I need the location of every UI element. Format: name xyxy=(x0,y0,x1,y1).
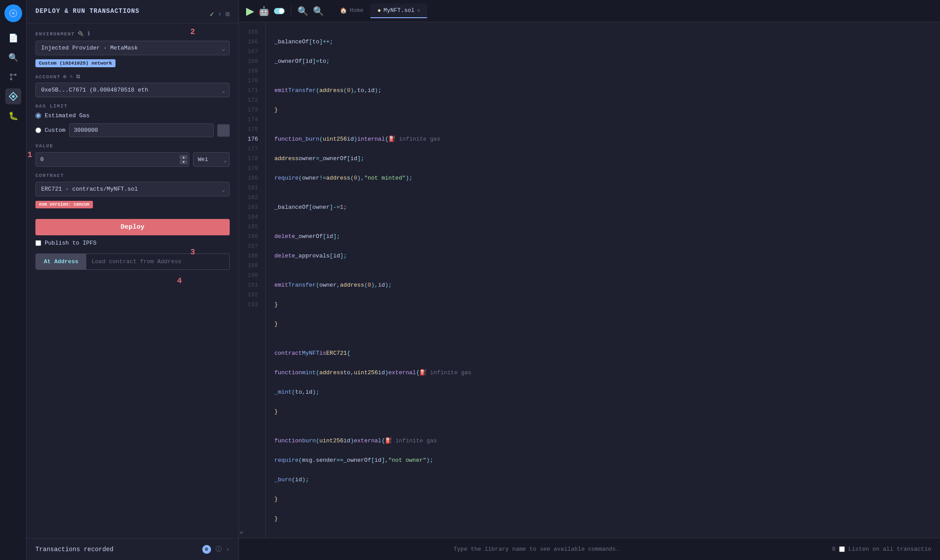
svg-point-5 xyxy=(10,78,12,81)
listen-checkbox[interactable] xyxy=(839,546,845,552)
ln-191: 191 xyxy=(239,280,265,290)
contract-select[interactable]: ERC721 - contracts/MyNFT.sol xyxy=(35,182,230,196)
estimated-gas-label: Estimated Gas xyxy=(45,112,89,119)
tab-mynft[interactable]: ◆ MyNFT.sol ✕ xyxy=(370,4,427,18)
editor-toolbar: ▶ 🤖 🔍 🔍 🏠 Home ◆ MyNFT.sol ✕ xyxy=(239,0,940,22)
value-input[interactable] xyxy=(35,152,189,167)
environment-label: ENVIRONMENT 🔌 ℹ xyxy=(35,31,230,37)
account-select-wrapper: 0xe5B...C7671 (0.0004870518 eth ⌄ xyxy=(35,83,230,97)
code-container: 165 166 167 168 169 170 171 172 173 174 … xyxy=(239,22,940,538)
sidebar-icon-debug[interactable]: 🐛 xyxy=(5,108,21,124)
environment-select[interactable]: Injected Provider - MetaMask xyxy=(35,41,230,55)
zoom-out-icon[interactable]: 🔍 xyxy=(297,6,308,16)
editor-area: ▶ 🤖 🔍 🔍 🏠 Home ◆ MyNFT.sol ✕ 165 16 xyxy=(239,0,940,560)
sidebar-icon-files[interactable]: 📄 xyxy=(5,30,21,46)
check-icon[interactable]: ✓ xyxy=(210,10,214,19)
contract-select-wrapper: ERC721 - contracts/MyNFT.sol ⌄ xyxy=(35,182,230,196)
custom-gas-input[interactable]: 3000000 xyxy=(69,123,214,137)
code-line-187: } xyxy=(274,407,931,417)
load-contract-button[interactable]: Load contract from Address xyxy=(86,254,229,269)
ln-167: 167 xyxy=(239,47,265,57)
contract-section: CONTRACT ERC721 - contracts/MyNFT.sol ⌄ … xyxy=(35,173,230,213)
zoom-in-icon[interactable]: 🔍 xyxy=(313,6,324,16)
robot-icon[interactable]: 🤖 xyxy=(258,6,270,16)
bottom-bar: Type the library name to see available c… xyxy=(239,538,940,560)
code-line-177: delete _ownerOf[id]; xyxy=(274,232,931,242)
code-line-171: function _burn(uint256 id) internal { ⛽ … xyxy=(274,134,931,144)
toggle-icon[interactable] xyxy=(274,8,285,14)
ln-193: 193 xyxy=(239,300,265,310)
svg-point-10 xyxy=(279,8,284,13)
custom-gas-label: Custom xyxy=(45,127,65,134)
code-content[interactable]: _balanceOf[to]++; _ownerOf[id] = to; emi… xyxy=(266,22,940,538)
svg-point-4 xyxy=(14,74,16,76)
layout-icon[interactable]: ⊞ xyxy=(225,10,230,19)
ln-175: 175 xyxy=(239,125,265,134)
at-address-button[interactable]: At Address xyxy=(36,254,86,269)
ln-166: 166 xyxy=(239,37,265,47)
deploy-panel: DEPLOY & RUN TRANSACTIONS ✓ › ⊞ ENVIRONM… xyxy=(27,0,239,560)
toolbar-divider xyxy=(291,6,291,16)
forward-icon[interactable]: › xyxy=(218,10,222,18)
contract-label: CONTRACT xyxy=(35,173,230,178)
ln-187: 187 xyxy=(239,242,265,251)
value-down-spinner[interactable]: ▼ xyxy=(180,160,188,164)
ln-179: 179 xyxy=(239,164,265,173)
ln-177: 177 xyxy=(239,144,265,154)
panel-body: ENVIRONMENT 🔌 ℹ Injected Provider - Meta… xyxy=(27,23,239,538)
account-copy-icon[interactable]: ⧉ xyxy=(76,74,81,80)
code-line-189: function burn(uint256 id) external { ⛽ i… xyxy=(274,436,931,446)
ln-176: 176 xyxy=(239,134,265,144)
account-label: ACCOUNT ⊕ ✎ ⧉ xyxy=(35,73,230,80)
ln-186: 186 xyxy=(239,232,265,242)
tab-home[interactable]: 🏠 Home xyxy=(333,4,370,19)
ln-185: 185 xyxy=(239,222,265,232)
ln-184: 184 xyxy=(239,212,265,222)
env-plug-icon: 🔌 xyxy=(77,31,85,37)
panel-title: DEPLOY & RUN TRANSACTIONS xyxy=(35,7,139,15)
account-section: ACCOUNT ⊕ ✎ ⧉ 0xe5B...C7671 (0.000487051… xyxy=(35,73,230,97)
account-select[interactable]: 0xe5B...C7671 (0.0004870518 eth xyxy=(35,83,230,97)
gas-label: GAS LIMIT xyxy=(35,104,230,109)
wei-select[interactable]: Wei Gwei Finney Ether xyxy=(193,152,230,167)
code-line-181: } xyxy=(274,300,931,310)
ln-180: 180 xyxy=(239,173,265,183)
code-line-175: _balanceOf[owner] -= 1; xyxy=(274,203,931,212)
app-logo xyxy=(4,4,22,22)
panel-header: DEPLOY & RUN TRANSACTIONS ✓ › ⊞ xyxy=(27,0,239,23)
ln-192: 192 xyxy=(239,290,265,300)
collapse-icon[interactable]: ⌄ xyxy=(239,525,244,535)
tx-chevron[interactable]: › xyxy=(226,546,230,553)
line-numbers: 165 166 167 168 169 170 171 172 173 174 … xyxy=(239,22,266,538)
tab-close-icon[interactable]: ✕ xyxy=(417,8,420,13)
value-section: VALUE ▲ ▼ Wei Gwei Finney Ether xyxy=(35,143,230,167)
sidebar-icon-search[interactable]: 🔍 xyxy=(5,50,21,65)
custom-gas-radio[interactable] xyxy=(35,127,41,133)
code-line-186: _mint(to, id); xyxy=(274,387,931,397)
publish-checkbox[interactable] xyxy=(35,240,41,246)
gas-square-button[interactable] xyxy=(217,124,230,137)
value-input-wrapper: ▲ ▼ xyxy=(35,152,189,167)
ln-172: 172 xyxy=(239,96,265,105)
listen-count: 0 xyxy=(832,546,836,552)
account-edit-icon[interactable]: ✎ xyxy=(69,73,73,80)
value-up-spinner[interactable]: ▲ xyxy=(180,155,188,159)
estimated-gas-radio[interactable] xyxy=(35,113,41,119)
tx-info-icon[interactable]: ⓘ xyxy=(216,545,222,553)
sidebar-icon-git[interactable] xyxy=(5,69,21,85)
ln-169: 169 xyxy=(239,66,265,76)
value-label: VALUE xyxy=(35,143,230,149)
account-add-icon[interactable]: ⊕ xyxy=(63,73,67,80)
ln-168: 168 xyxy=(239,57,265,66)
run-button[interactable]: ▶ xyxy=(246,5,254,17)
sidebar-icon-deploy[interactable] xyxy=(5,88,21,104)
home-icon: 🏠 xyxy=(340,7,347,14)
code-line-191: _burn(id); xyxy=(274,475,931,485)
ln-170: 170 xyxy=(239,76,265,86)
env-info-icon[interactable]: ℹ xyxy=(88,31,91,37)
code-line-169: } xyxy=(274,105,931,115)
ln-189: 189 xyxy=(239,261,265,271)
deploy-button[interactable]: Deploy xyxy=(35,219,230,235)
tab-mynft-label: MyNFT.sol xyxy=(383,7,414,14)
svg-point-3 xyxy=(10,74,12,76)
